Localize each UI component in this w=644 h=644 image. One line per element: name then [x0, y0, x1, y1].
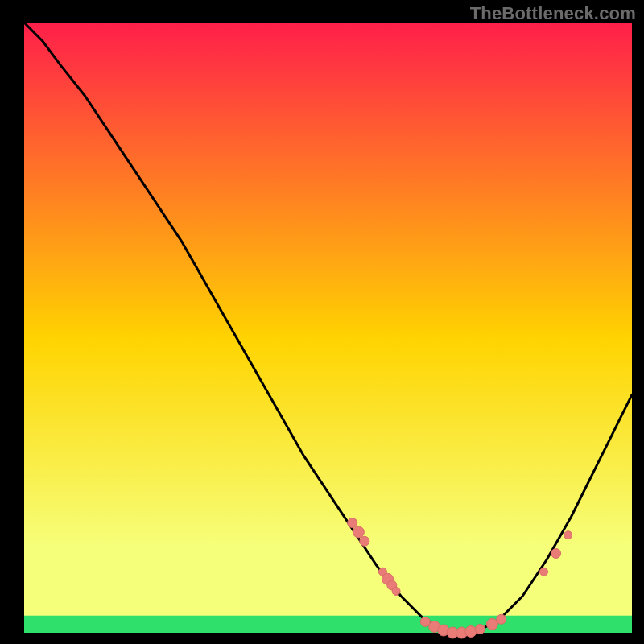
- curve-marker: [348, 518, 357, 528]
- curve-marker: [353, 526, 364, 538]
- curve-marker: [486, 618, 497, 630]
- curve-marker: [465, 626, 477, 638]
- chart-green-band: [24, 616, 632, 633]
- chart-gradient-bg: [24, 23, 632, 633]
- curve-marker: [360, 536, 369, 546]
- curve-marker: [564, 531, 572, 539]
- curve-marker: [392, 588, 400, 596]
- chart-container: TheBottleneck.com: [0, 0, 644, 644]
- curve-marker: [497, 614, 506, 624]
- bottleneck-curve-chart: [0, 0, 644, 644]
- watermark: TheBottleneck.com: [470, 3, 636, 24]
- curve-marker: [540, 568, 548, 576]
- curve-marker: [551, 549, 561, 559]
- curve-marker: [475, 625, 485, 634]
